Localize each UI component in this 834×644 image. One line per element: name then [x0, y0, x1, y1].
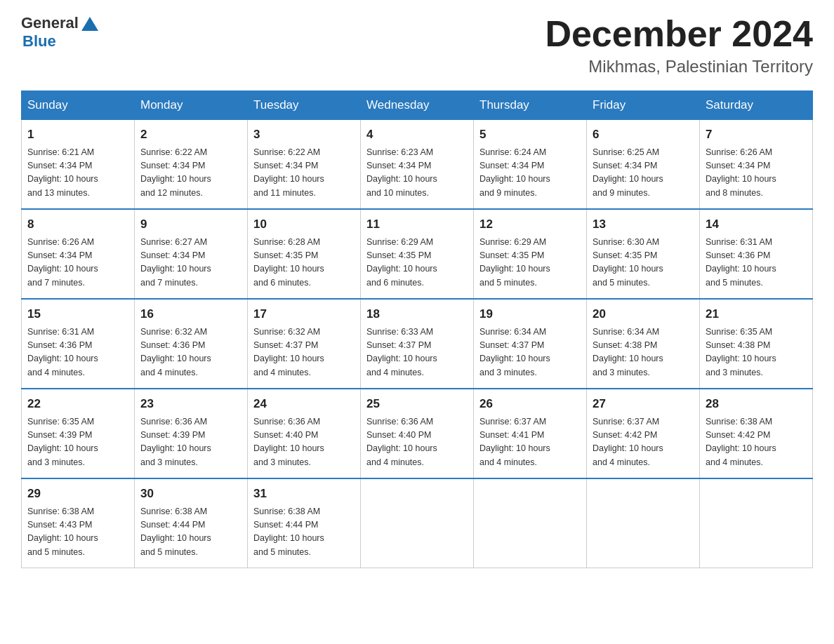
calendar-cell: 31Sunrise: 6:38 AMSunset: 4:44 PMDayligh…	[248, 478, 361, 568]
calendar-cell: 5Sunrise: 6:24 AMSunset: 4:34 PMDaylight…	[474, 120, 587, 210]
calendar-cell: 2Sunrise: 6:22 AMSunset: 4:34 PMDaylight…	[135, 120, 248, 210]
day-number: 17	[253, 305, 355, 323]
day-number: 29	[27, 485, 128, 503]
day-number: 8	[27, 215, 128, 234]
calendar-cell: 29Sunrise: 6:38 AMSunset: 4:43 PMDayligh…	[22, 478, 135, 568]
calendar-cell: 3Sunrise: 6:22 AMSunset: 4:34 PMDaylight…	[248, 120, 361, 210]
calendar-cell: 9Sunrise: 6:27 AMSunset: 4:34 PMDaylight…	[135, 209, 248, 299]
calendar-cell: 24Sunrise: 6:36 AMSunset: 4:40 PMDayligh…	[248, 389, 361, 478]
day-number: 5	[479, 126, 581, 144]
day-info: Sunrise: 6:22 AMSunset: 4:34 PMDaylight:…	[253, 146, 355, 201]
day-number: 3	[253, 126, 355, 144]
calendar-cell: 14Sunrise: 6:31 AMSunset: 4:36 PMDayligh…	[700, 209, 813, 299]
day-info: Sunrise: 6:34 AMSunset: 4:38 PMDaylight:…	[593, 326, 694, 380]
calendar-cell: 20Sunrise: 6:34 AMSunset: 4:38 PMDayligh…	[587, 299, 700, 389]
day-info: Sunrise: 6:25 AMSunset: 4:34 PMDaylight:…	[593, 146, 694, 201]
day-info: Sunrise: 6:33 AMSunset: 4:37 PMDaylight:…	[366, 326, 468, 380]
day-info: Sunrise: 6:28 AMSunset: 4:35 PMDaylight:…	[253, 236, 355, 290]
calendar-cell	[474, 478, 587, 568]
day-info: Sunrise: 6:24 AMSunset: 4:34 PMDaylight:…	[479, 146, 581, 201]
calendar-cell: 21Sunrise: 6:35 AMSunset: 4:38 PMDayligh…	[700, 299, 813, 389]
col-wednesday: Wednesday	[361, 91, 474, 120]
day-info: Sunrise: 6:38 AMSunset: 4:43 PMDaylight:…	[27, 505, 128, 560]
day-info: Sunrise: 6:22 AMSunset: 4:34 PMDaylight:…	[140, 146, 241, 201]
day-info: Sunrise: 6:21 AMSunset: 4:34 PMDaylight:…	[27, 146, 128, 201]
logo-general-text: General	[21, 14, 79, 32]
calendar-week-row: 22Sunrise: 6:35 AMSunset: 4:39 PMDayligh…	[22, 389, 813, 478]
day-number: 15	[27, 305, 128, 323]
col-sunday: Sunday	[22, 91, 135, 120]
calendar-cell: 10Sunrise: 6:28 AMSunset: 4:35 PMDayligh…	[248, 209, 361, 299]
calendar-week-row: 15Sunrise: 6:31 AMSunset: 4:36 PMDayligh…	[22, 299, 813, 389]
day-info: Sunrise: 6:38 AMSunset: 4:44 PMDaylight:…	[140, 505, 241, 560]
location-title: Mikhmas, Palestinian Territory	[545, 57, 813, 76]
calendar-week-row: 1Sunrise: 6:21 AMSunset: 4:34 PMDaylight…	[22, 120, 813, 210]
calendar-week-row: 8Sunrise: 6:26 AMSunset: 4:34 PMDaylight…	[22, 209, 813, 299]
calendar-cell: 22Sunrise: 6:35 AMSunset: 4:39 PMDayligh…	[22, 389, 135, 478]
col-friday: Friday	[587, 91, 700, 120]
calendar-cell: 17Sunrise: 6:32 AMSunset: 4:37 PMDayligh…	[248, 299, 361, 389]
day-info: Sunrise: 6:36 AMSunset: 4:39 PMDaylight:…	[140, 415, 241, 470]
day-number: 18	[366, 305, 468, 323]
day-info: Sunrise: 6:26 AMSunset: 4:34 PMDaylight:…	[27, 236, 128, 290]
calendar-header-row: Sunday Monday Tuesday Wednesday Thursday…	[22, 91, 813, 120]
day-number: 12	[479, 215, 581, 234]
day-number: 2	[140, 126, 241, 144]
calendar-cell: 19Sunrise: 6:34 AMSunset: 4:37 PMDayligh…	[474, 299, 587, 389]
day-info: Sunrise: 6:30 AMSunset: 4:35 PMDaylight:…	[593, 236, 694, 290]
day-info: Sunrise: 6:29 AMSunset: 4:35 PMDaylight:…	[479, 236, 581, 290]
day-info: Sunrise: 6:31 AMSunset: 4:36 PMDaylight:…	[706, 236, 807, 290]
calendar-cell: 1Sunrise: 6:21 AMSunset: 4:34 PMDaylight…	[22, 120, 135, 210]
calendar-cell: 28Sunrise: 6:38 AMSunset: 4:42 PMDayligh…	[700, 389, 813, 478]
col-monday: Monday	[135, 91, 248, 120]
day-number: 22	[27, 395, 128, 413]
day-number: 13	[593, 215, 694, 234]
day-number: 16	[140, 305, 241, 323]
calendar-cell: 12Sunrise: 6:29 AMSunset: 4:35 PMDayligh…	[474, 209, 587, 299]
day-info: Sunrise: 6:38 AMSunset: 4:44 PMDaylight:…	[253, 505, 355, 560]
day-info: Sunrise: 6:35 AMSunset: 4:38 PMDaylight:…	[706, 326, 807, 380]
day-number: 28	[706, 395, 807, 413]
calendar-cell: 16Sunrise: 6:32 AMSunset: 4:36 PMDayligh…	[135, 299, 248, 389]
day-number: 23	[140, 395, 241, 413]
calendar-cell	[587, 478, 700, 568]
day-info: Sunrise: 6:29 AMSunset: 4:35 PMDaylight:…	[366, 236, 468, 290]
col-tuesday: Tuesday	[248, 91, 361, 120]
calendar-cell: 15Sunrise: 6:31 AMSunset: 4:36 PMDayligh…	[22, 299, 135, 389]
day-info: Sunrise: 6:32 AMSunset: 4:36 PMDaylight:…	[140, 326, 241, 380]
day-number: 20	[593, 305, 694, 323]
calendar-week-row: 29Sunrise: 6:38 AMSunset: 4:43 PMDayligh…	[22, 478, 813, 568]
logo: General Blue	[21, 14, 100, 51]
calendar-cell	[700, 478, 813, 568]
day-info: Sunrise: 6:23 AMSunset: 4:34 PMDaylight:…	[366, 146, 468, 201]
title-section: December 2024 Mikhmas, Palestinian Terri…	[545, 14, 813, 76]
col-saturday: Saturday	[700, 91, 813, 120]
logo-blue-text: Blue	[22, 32, 56, 50]
calendar-cell: 26Sunrise: 6:37 AMSunset: 4:41 PMDayligh…	[474, 389, 587, 478]
day-info: Sunrise: 6:32 AMSunset: 4:37 PMDaylight:…	[253, 326, 355, 380]
page-header: General Blue December 2024 Mikhmas, Pale…	[21, 14, 813, 76]
day-number: 21	[706, 305, 807, 323]
col-thursday: Thursday	[474, 91, 587, 120]
day-number: 6	[593, 126, 694, 144]
day-info: Sunrise: 6:27 AMSunset: 4:34 PMDaylight:…	[140, 236, 241, 290]
day-info: Sunrise: 6:36 AMSunset: 4:40 PMDaylight:…	[366, 415, 468, 470]
day-number: 26	[479, 395, 581, 413]
day-info: Sunrise: 6:37 AMSunset: 4:41 PMDaylight:…	[479, 415, 581, 470]
calendar-cell: 18Sunrise: 6:33 AMSunset: 4:37 PMDayligh…	[361, 299, 474, 389]
svg-marker-0	[81, 17, 98, 31]
day-number: 10	[253, 215, 355, 234]
day-info: Sunrise: 6:34 AMSunset: 4:37 PMDaylight:…	[479, 326, 581, 380]
day-number: 24	[253, 395, 355, 413]
day-number: 7	[706, 126, 807, 144]
calendar-cell: 23Sunrise: 6:36 AMSunset: 4:39 PMDayligh…	[135, 389, 248, 478]
month-title: December 2024	[545, 14, 813, 54]
day-number: 31	[253, 485, 355, 503]
calendar-cell: 6Sunrise: 6:25 AMSunset: 4:34 PMDaylight…	[587, 120, 700, 210]
calendar-cell: 30Sunrise: 6:38 AMSunset: 4:44 PMDayligh…	[135, 478, 248, 568]
calendar-cell	[361, 478, 474, 568]
day-number: 1	[27, 126, 128, 144]
day-number: 14	[706, 215, 807, 234]
calendar-cell: 7Sunrise: 6:26 AMSunset: 4:34 PMDaylight…	[700, 120, 813, 210]
day-number: 4	[366, 126, 468, 144]
